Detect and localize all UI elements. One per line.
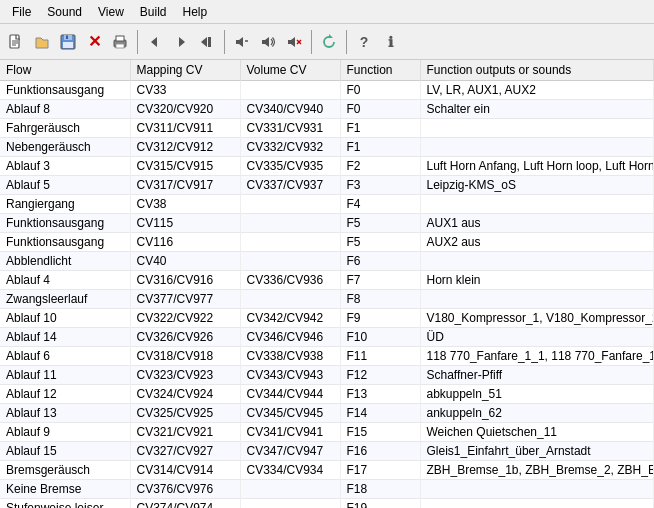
table-cell: F5 — [340, 233, 420, 252]
table-cell: Leipzig-KMS_oS — [420, 176, 654, 195]
menu-view[interactable]: View — [90, 3, 132, 21]
table-row[interactable]: FunktionsausgangCV116F5AUX2 aus — [0, 233, 654, 252]
back-button[interactable] — [143, 30, 167, 54]
menu-sound[interactable]: Sound — [39, 3, 90, 21]
vol-down-button[interactable] — [230, 30, 254, 54]
separator-4 — [346, 30, 347, 54]
col-header-flow: Flow — [0, 60, 130, 81]
table-cell: F4 — [340, 195, 420, 214]
svg-marker-15 — [236, 37, 243, 47]
table-cell — [240, 290, 340, 309]
table-row[interactable]: Ablauf 12CV324/CV924CV344/CV944F13abkupp… — [0, 385, 654, 404]
table-row[interactable]: Ablauf 14CV326/CV926CV346/CV946F10ÜD — [0, 328, 654, 347]
table-cell — [420, 290, 654, 309]
table-cell: Ablauf 13 — [0, 404, 130, 423]
table-cell: V180_Kompressor_1, V180_Kompressor_2, V1… — [420, 309, 654, 328]
table-row[interactable]: Ablauf 5CV317/CV917CV337/CV937F3Leipzig-… — [0, 176, 654, 195]
refresh-button[interactable] — [317, 30, 341, 54]
table-row[interactable]: Ablauf 3CV315/CV915CV335/CV935F2Luft Hor… — [0, 157, 654, 176]
menu-build[interactable]: Build — [132, 3, 175, 21]
table-row[interactable]: ZwangsleerlaufCV377/CV977F8 — [0, 290, 654, 309]
table-cell: ZBH_Bremse_1b, ZBH_Bremse_2, ZBH_Bremse_… — [420, 461, 654, 480]
separator-1 — [137, 30, 138, 54]
info-button[interactable]: ℹ — [378, 30, 402, 54]
table-cell: F0 — [340, 81, 420, 100]
table-cell: CV321/CV921 — [130, 423, 240, 442]
table-row[interactable]: NebengeräuschCV312/CV912CV332/CV932F1 — [0, 138, 654, 157]
table-cell: F17 — [340, 461, 420, 480]
table-cell: CV332/CV932 — [240, 138, 340, 157]
table-cell — [240, 480, 340, 499]
table-cell: Funktionsausgang — [0, 214, 130, 233]
table-row[interactable]: Stufenweise leiserCV374/CV974F19 — [0, 499, 654, 509]
menu-help[interactable]: Help — [175, 3, 216, 21]
col-header-output: Function outputs or sounds — [420, 60, 654, 81]
svg-rect-14 — [208, 37, 211, 47]
col-header-mapping: Mapping CV — [130, 60, 240, 81]
table-cell: CV336/CV936 — [240, 271, 340, 290]
table-cell: CV311/CV911 — [130, 119, 240, 138]
table-cell: Ablauf 8 — [0, 100, 130, 119]
table-cell: Ablauf 12 — [0, 385, 130, 404]
delete-button[interactable]: ✕ — [82, 30, 106, 54]
table-cell — [240, 233, 340, 252]
table-row[interactable]: Ablauf 8CV320/CV920CV340/CV940F0Schalter… — [0, 100, 654, 119]
table-row[interactable]: Ablauf 6CV318/CV918CV338/CV938F11118 770… — [0, 347, 654, 366]
table-cell: CV312/CV912 — [130, 138, 240, 157]
table-cell: F6 — [340, 252, 420, 271]
table-cell — [420, 138, 654, 157]
toolbar: ✕ ? ℹ — [0, 24, 654, 60]
table-cell: CV116 — [130, 233, 240, 252]
svg-marker-17 — [262, 37, 269, 47]
table-row[interactable]: Keine BremseCV376/CV976F18 — [0, 480, 654, 499]
table-cell: Abblendlicht — [0, 252, 130, 271]
print-button[interactable] — [108, 30, 132, 54]
open-button[interactable] — [30, 30, 54, 54]
table-cell: F18 — [340, 480, 420, 499]
col-header-function: Function — [340, 60, 420, 81]
table-row[interactable]: FunktionsausgangCV33F0LV, LR, AUX1, AUX2 — [0, 81, 654, 100]
table-cell: CV334/CV934 — [240, 461, 340, 480]
table-cell: F15 — [340, 423, 420, 442]
table-row[interactable]: AbblendlichtCV40F6 — [0, 252, 654, 271]
table-row[interactable]: RangiergangCV38F4 — [0, 195, 654, 214]
table-cell: abkuppeln_51 — [420, 385, 654, 404]
menu-file[interactable]: File — [4, 3, 39, 21]
table-cell: Fahrgeräusch — [0, 119, 130, 138]
table-cell: F13 — [340, 385, 420, 404]
table-cell: Weichen Quietschen_11 — [420, 423, 654, 442]
table-row[interactable]: FahrgeräuschCV311/CV911CV331/CV931F1 — [0, 119, 654, 138]
table-cell — [420, 499, 654, 509]
rewind-button[interactable] — [195, 30, 219, 54]
table-row[interactable]: Ablauf 4CV316/CV916CV336/CV936F7Horn kle… — [0, 271, 654, 290]
table-row[interactable]: Ablauf 10CV322/CV922CV342/CV942F9V180_Ko… — [0, 309, 654, 328]
table-row[interactable]: Ablauf 13CV325/CV925CV345/CV945F14ankupp… — [0, 404, 654, 423]
new-button[interactable] — [4, 30, 28, 54]
table-cell: CV115 — [130, 214, 240, 233]
table-cell: CV345/CV945 — [240, 404, 340, 423]
save-button[interactable] — [56, 30, 80, 54]
table-cell: AUX2 aus — [420, 233, 654, 252]
table-cell: ÜD — [420, 328, 654, 347]
table-cell: CV346/CV946 — [240, 328, 340, 347]
table-cell: Ablauf 6 — [0, 347, 130, 366]
table-row[interactable]: Ablauf 9CV321/CV921CV341/CV941F15Weichen… — [0, 423, 654, 442]
table-cell: Stufenweise leiser — [0, 499, 130, 509]
col-header-volume: Volume CV — [240, 60, 340, 81]
table-cell: Luft Horn Anfang, Luft Horn loop, Luft H… — [420, 157, 654, 176]
table-cell: F7 — [340, 271, 420, 290]
vol-up-button[interactable] — [256, 30, 280, 54]
vol-mute-button[interactable] — [282, 30, 306, 54]
table-row[interactable]: BremsgeräuschCV314/CV914CV334/CV934F17ZB… — [0, 461, 654, 480]
svg-marker-21 — [329, 34, 333, 38]
table-row[interactable]: Ablauf 11CV323/CV923CV343/CV943F12Schaff… — [0, 366, 654, 385]
forward-button[interactable] — [169, 30, 193, 54]
table-row[interactable]: FunktionsausgangCV115F5AUX1 aus — [0, 214, 654, 233]
table-cell: CV318/CV918 — [130, 347, 240, 366]
table-row[interactable]: Ablauf 15CV327/CV927CV347/CV947F16Gleis1… — [0, 442, 654, 461]
question-button[interactable]: ? — [352, 30, 376, 54]
table-cell: Keine Bremse — [0, 480, 130, 499]
table-cell: Nebengeräusch — [0, 138, 130, 157]
table-cell: Bremsgeräusch — [0, 461, 130, 480]
table-cell: F2 — [340, 157, 420, 176]
